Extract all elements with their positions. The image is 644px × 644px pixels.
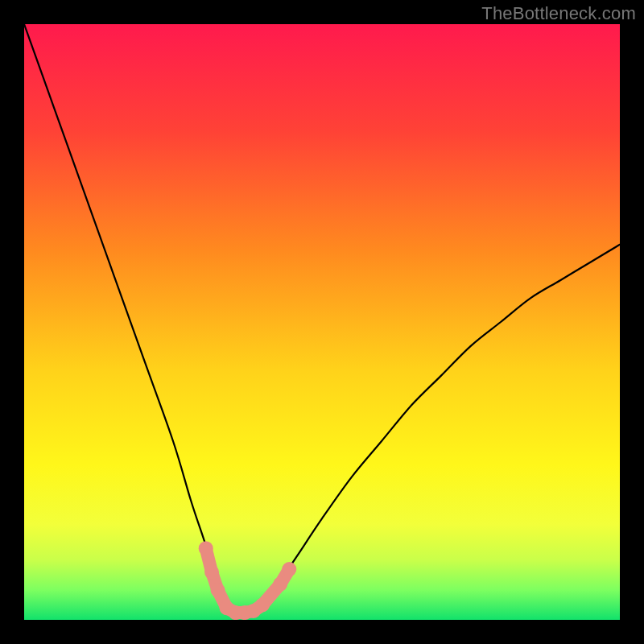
trough-marker <box>211 583 225 597</box>
gradient-background <box>24 24 620 620</box>
trough-marker <box>273 577 287 592</box>
trough-marker <box>255 598 270 613</box>
bottleneck-chart <box>24 24 620 620</box>
trough-marker <box>199 541 213 555</box>
chart-frame: TheBottleneck.com <box>0 0 644 644</box>
plot-area <box>24 24 620 620</box>
watermark-text: TheBottleneck.com <box>481 3 636 24</box>
trough-marker <box>282 562 296 576</box>
trough-marker <box>204 565 219 580</box>
